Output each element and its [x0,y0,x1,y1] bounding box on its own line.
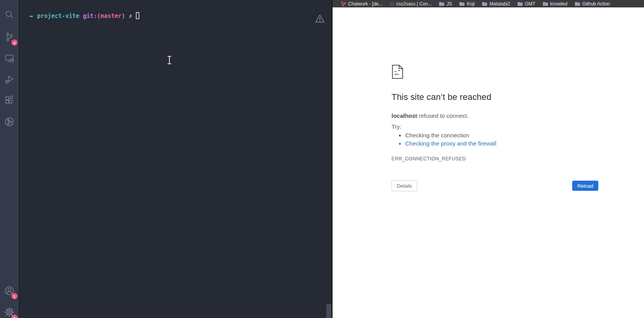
folder-icon [517,2,523,6]
settings-badge: 1 [11,314,18,318]
error-message: localhost refused to connect. [391,112,469,119]
terminal-pane[interactable]: →project-vite git:(master) ✗ [21,0,325,318]
reload-button[interactable]: Reload [572,181,598,191]
activity-bar: 4 1 1 [0,0,20,318]
bookmark-folder-matatabi2[interactable]: Matatabi2 [478,0,514,7]
vscode-window: 4 1 1 →project-v [0,0,333,318]
warning-icon[interactable] [315,14,325,25]
prompt-dirty-mark: ✗ [129,12,132,20]
chatwork-favicon-icon [341,1,346,6]
suggestion-link-proxy-firewall[interactable]: Checking the proxy and the firewall [405,140,496,148]
bookmark-label: Chatwork - [de... [348,1,382,7]
bookmark-folder-koji[interactable]: Koji [455,0,478,7]
prompt-git-branch: master [101,12,122,20]
folder-icon [482,2,487,6]
bookmark-folder-gmt[interactable]: GMT [514,0,539,7]
error-code: ERR_CONNECTION_REFUSED [391,156,466,162]
ibeam-mouse-cursor [167,55,172,66]
bookmark-chatwork[interactable]: Chatwork - [de... [337,0,386,7]
browser-window: Chatwork - [de... css2sass | Con... JS K… [333,0,644,318]
prompt-git-prefix: git:( [83,12,100,20]
bookmark-css2sass[interactable]: css2sass | Con... [386,0,435,7]
details-button[interactable]: Details [391,180,417,191]
search-icon[interactable] [0,5,19,24]
terminal-prompt: →project-vite git:(master) ✗ [29,12,139,20]
source-control-icon[interactable]: 4 [0,28,19,46]
bookmark-folder-knowled[interactable]: knowled [539,0,571,7]
site-favicon-icon [390,2,394,6]
folder-icon [543,2,548,6]
bookmark-label: css2sass | Con... [396,1,432,7]
sad-file-icon [391,64,404,81]
source-control-badge: 4 [11,39,18,46]
folder-icon [575,2,580,6]
error-suggestion-list: Checking the connection Checking the pro… [391,131,496,147]
git-graph-icon[interactable] [0,112,19,131]
remote-explorer-icon[interactable] [0,49,19,68]
folder-icon [439,2,444,6]
desktop: 4 1 1 →project-v [0,0,644,318]
error-title: This site can’t be reached [391,92,598,102]
terminal-scrollbar-thumb[interactable] [326,304,331,318]
settings-gear-icon[interactable]: 1 [0,303,19,318]
accounts-icon[interactable]: 1 [0,281,19,300]
run-and-debug-icon[interactable] [0,70,19,89]
bookmark-label: knowled [550,1,568,7]
prompt-arrow: → [29,12,33,20]
bookmark-folder-github-action[interactable]: Github Action [571,0,614,7]
bookmark-label: GMT [525,1,535,7]
folder-icon [459,2,464,6]
terminal-cursor [136,12,139,19]
bookmark-folder-js[interactable]: JS [435,0,455,7]
bookmark-label: Koji [467,1,475,7]
prompt-git-suffix: ) [122,12,125,20]
prompt-directory: project-vite [37,12,79,20]
accounts-badge: 1 [11,293,18,299]
error-host: localhost [391,112,417,119]
bookmark-label: Github Action [582,1,610,7]
extensions-icon[interactable] [0,91,19,110]
error-button-row: Details Reload [391,180,598,191]
suggestion-item: Checking the connection [405,131,496,140]
error-try-label: Try: [391,123,401,130]
bookmarks-bar: Chatwork - [de... css2sass | Con... JS K… [333,0,644,7]
bookmark-label: Matatabi2 [489,1,510,7]
bookmark-label: JS [447,1,452,7]
